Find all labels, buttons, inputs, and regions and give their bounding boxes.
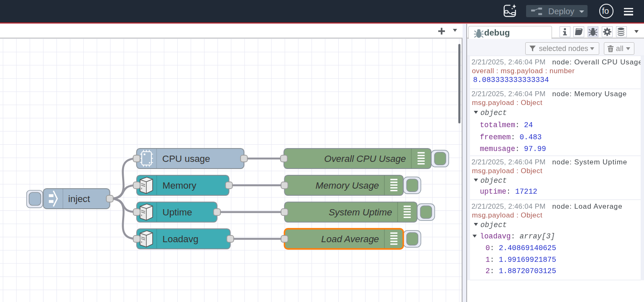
svg-text:fo: fo: [602, 6, 609, 15]
svg-text:Load Average: Load Average: [321, 234, 379, 244]
svg-text:Memory Usage: Memory Usage: [315, 180, 379, 191]
svg-text:Overall CPU Usage: Overall CPU Usage: [324, 154, 406, 164]
svg-text:Deploy: Deploy: [548, 7, 574, 16]
svg-text:Loadavg: Loadavg: [163, 234, 199, 244]
svg-text:Memory: Memory: [163, 180, 197, 191]
svg-text:System Uptime: System Uptime: [329, 207, 392, 218]
svg-text:CPU usage: CPU usage: [162, 154, 210, 164]
svg-text:Uptime: Uptime: [163, 207, 192, 218]
svg-text:inject: inject: [68, 194, 90, 204]
